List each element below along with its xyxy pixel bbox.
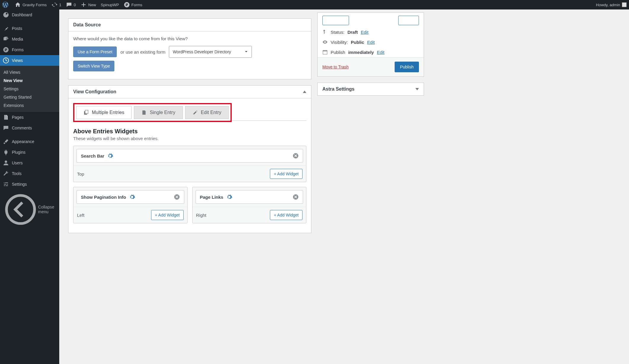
gear-icon[interactable] xyxy=(107,153,113,159)
form-select[interactable]: WordPress Developer Directory xyxy=(169,46,252,58)
svg-rect-3 xyxy=(126,5,127,6)
move-to-trash-link[interactable]: Move to Trash xyxy=(322,65,349,69)
sidebar-item-settings[interactable]: Settings xyxy=(0,179,59,190)
forms-icon xyxy=(124,2,130,8)
toggle-collapse-icon[interactable] xyxy=(303,91,306,93)
publish-box: Status: Draft Edit Visibility: Public Ed… xyxy=(317,12,424,77)
comments-link[interactable]: 0 xyxy=(64,0,78,9)
above-widgets-title: Above Entries Widgets xyxy=(73,128,306,135)
submenu-getting-started[interactable]: Getting Started xyxy=(0,93,59,101)
sidebar-item-comments[interactable]: Comments xyxy=(0,123,59,133)
add-widget-top-button[interactable]: + Add Widget xyxy=(270,169,303,179)
plug-icon xyxy=(3,149,9,155)
add-widget-left-button[interactable]: + Add Widget xyxy=(151,210,184,220)
edit-icon xyxy=(193,110,198,115)
svg-rect-20 xyxy=(323,51,327,52)
collapse-menu[interactable]: Collapse menu xyxy=(0,190,59,230)
tab-multiple-entries[interactable]: Multiple Entries xyxy=(76,106,132,119)
sidebar-item-plugins[interactable]: Plugins xyxy=(0,147,59,158)
wp-logo[interactable] xyxy=(0,0,12,9)
publish-row: Publish immediately Edit xyxy=(318,47,424,57)
widget-search-bar[interactable]: Search Bar xyxy=(76,149,303,163)
eye-icon xyxy=(322,39,328,45)
zone-label-top: Top xyxy=(77,171,84,177)
svg-rect-7 xyxy=(5,50,6,51)
add-widget-right-button[interactable]: + Add Widget xyxy=(270,210,303,220)
gear-icon[interactable] xyxy=(226,194,232,200)
data-source-box: Data Source Where would you like the dat… xyxy=(68,18,311,79)
status-row: Status: Draft Edit xyxy=(318,27,424,37)
sidebar-item-label: Users xyxy=(12,161,23,165)
pages-icon xyxy=(3,114,9,120)
site-link[interactable]: Gravity Forms xyxy=(12,0,49,9)
submenu-new-view[interactable]: New View xyxy=(0,76,59,85)
edit-schedule-link[interactable]: Edit xyxy=(377,50,385,55)
copies-icon xyxy=(84,110,89,115)
media-icon xyxy=(3,36,9,42)
sidebar-item-users[interactable]: Users xyxy=(0,158,59,168)
forms-link[interactable]: Forms xyxy=(121,0,145,9)
sidebar-item-label: Tools xyxy=(12,171,22,176)
visibility-row: Visibility: Public Edit xyxy=(318,37,424,47)
widget-page-links[interactable]: Page Links xyxy=(196,190,303,204)
astra-settings-box: Astra Settings xyxy=(317,83,424,96)
sidebar-item-media[interactable]: Media xyxy=(0,34,59,44)
svg-rect-5 xyxy=(5,49,7,49)
svg-rect-22 xyxy=(326,50,326,51)
page-icon xyxy=(141,110,147,115)
widget-pagination-info[interactable]: Show Pagination Info xyxy=(76,190,184,204)
close-icon[interactable] xyxy=(293,153,299,159)
user-icon xyxy=(3,160,9,166)
publish-button[interactable]: Publish xyxy=(395,62,419,72)
svg-point-10 xyxy=(7,195,35,224)
sidebar-item-dashboard[interactable]: Dashboard xyxy=(0,9,59,20)
comments-count: 0 xyxy=(74,3,76,7)
new-link[interactable]: New xyxy=(78,0,98,9)
sidebar-item-label: Posts xyxy=(12,26,22,31)
edit-status-link[interactable]: Edit xyxy=(361,30,369,35)
widget-zone-right: Page Links Right + Add Widget xyxy=(192,187,307,223)
updates-link[interactable]: 1 xyxy=(49,0,64,9)
form-preset-button[interactable]: Use a Form Preset xyxy=(73,46,117,57)
comments-icon xyxy=(3,125,9,131)
sidebar-item-label: Comments xyxy=(12,126,32,130)
home-icon xyxy=(15,2,21,8)
config-tabs-highlight: Multiple Entries Single Entry Edit Entry xyxy=(73,103,232,122)
admin-bar: Gravity Forms 1 0 New SpinupWP Forms How… xyxy=(0,0,430,9)
sidebar-item-views[interactable]: Views xyxy=(0,55,59,66)
above-widgets-subtitle: These widgets will be shown above entrie… xyxy=(73,136,306,141)
switch-view-type-button[interactable]: Switch View Type xyxy=(73,61,114,71)
sidebar-item-posts[interactable]: Posts xyxy=(0,23,59,34)
svg-rect-18 xyxy=(324,33,325,33)
dashboard-icon xyxy=(3,12,9,18)
widget-zone-top: Search Bar Top + Add Widget xyxy=(73,146,306,182)
sidebar-item-label: Settings xyxy=(12,182,27,187)
key-icon xyxy=(322,29,328,35)
svg-rect-1 xyxy=(126,4,128,4)
or-text: or use an existing form xyxy=(120,49,165,54)
edit-visibility-link[interactable]: Edit xyxy=(367,40,375,45)
tab-edit-entry[interactable]: Edit Entry xyxy=(185,106,229,119)
close-icon[interactable] xyxy=(174,194,180,200)
sidebar-item-label: Forms xyxy=(12,47,24,52)
svg-rect-2 xyxy=(126,4,128,5)
submenu-extensions[interactable]: Extensions xyxy=(0,101,59,110)
svg-rect-6 xyxy=(5,49,7,50)
close-icon[interactable] xyxy=(293,194,299,200)
spinupwp-link[interactable]: SpinupWP xyxy=(98,0,121,9)
gear-icon[interactable] xyxy=(129,194,135,200)
tab-single-entry[interactable]: Single Entry xyxy=(134,106,183,119)
data-source-title: Data Source xyxy=(68,19,311,31)
submenu-all-views[interactable]: All Views xyxy=(0,68,59,76)
sidebar-item-label: Pages xyxy=(12,115,24,120)
zone-label-left: Left xyxy=(77,213,84,218)
data-source-prompt: Where would you like the data to come fr… xyxy=(73,36,306,41)
submenu-settings[interactable]: Settings xyxy=(0,85,59,93)
sidebar-item-label: Views xyxy=(12,58,23,63)
sidebar-item-label: Appearance xyxy=(12,139,34,144)
sidebar-item-tools[interactable]: Tools xyxy=(0,168,59,179)
sidebar-item-pages[interactable]: Pages xyxy=(0,112,59,123)
sidebar-item-appearance[interactable]: Appearance xyxy=(0,136,59,147)
sidebar-item-forms[interactable]: Forms xyxy=(0,44,59,55)
toggle-astra-icon[interactable] xyxy=(415,88,419,90)
